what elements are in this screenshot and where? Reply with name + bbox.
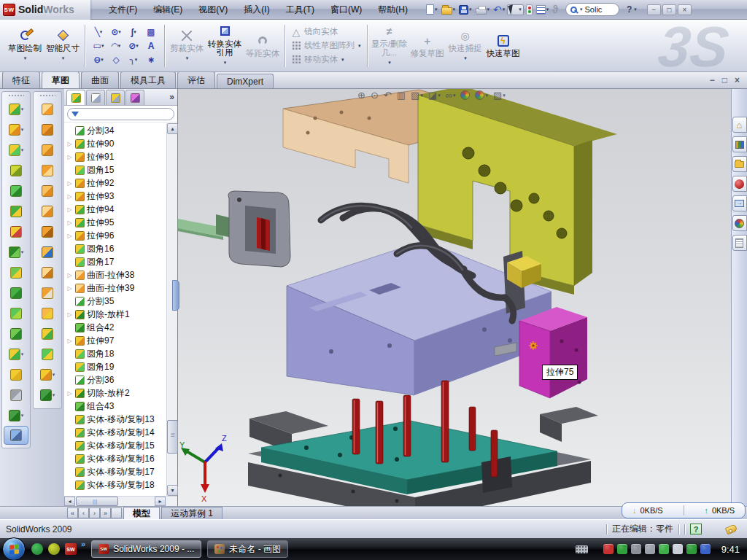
doc-nav-button-4[interactable] (111, 508, 122, 518)
expand-icon[interactable]: ▷ (66, 285, 73, 292)
dropdown-icon[interactable]: ▾ (186, 54, 189, 63)
tree-tabs-overflow-icon[interactable]: » (169, 92, 174, 102)
doc-nav-button-2[interactable]: › (89, 508, 100, 518)
col1-tool-button-11[interactable] (2, 324, 30, 344)
undo-icon[interactable]: ↶▾ (492, 4, 506, 15)
dropdown-icon[interactable]: ▾ (420, 93, 423, 98)
snap-button[interactable]: ◎快速捕捉▾ (446, 23, 484, 69)
dropdown-icon[interactable]: ▾ (487, 7, 490, 12)
convert-button[interactable]: 转换实体引用▾ (206, 23, 244, 69)
col1-tool-button-8[interactable] (2, 262, 30, 283)
toolbar-grip[interactable] (39, 94, 55, 97)
search-input[interactable]: ▾ Solic (565, 3, 619, 16)
dropdown-icon[interactable]: ▾ (435, 7, 438, 12)
col1-tool-button-10[interactable] (2, 303, 30, 324)
menu-item-1[interactable]: 编辑(E) (145, 1, 190, 19)
volume-tray-icon[interactable] (645, 544, 655, 554)
new-file-icon[interactable]: ▾ (425, 4, 439, 15)
tree-item[interactable]: 实体-移动/复制18 (66, 478, 177, 491)
sketch-entity-button-8[interactable]: ⊖▾ (90, 55, 107, 65)
sketch-entity-button-3[interactable]: ▩ (142, 27, 160, 37)
scrollbar-thumb[interactable] (76, 497, 118, 506)
disprel-button[interactable]: ≠显示/删除几...▾ (371, 23, 409, 69)
col1-tool-button-15[interactable]: ▾ (2, 405, 30, 426)
tab-特征[interactable]: 特征 (2, 71, 40, 88)
tree-item[interactable]: ▷切除-放样2 (66, 386, 177, 400)
doc-close-button[interactable]: × (735, 75, 740, 85)
tab-曲面[interactable]: 曲面 (81, 71, 119, 88)
tree-item[interactable]: ▷拉伸93 (66, 190, 177, 203)
dropdown-icon[interactable]: ▾ (53, 392, 55, 398)
tree-item[interactable]: ▷曲面-拉伸38 (66, 268, 177, 281)
tree-item[interactable]: 实体-移动/复制15 (66, 439, 177, 452)
repair-button[interactable]: ＋修复草图 (409, 23, 446, 69)
tree-horizontal-scrollbar[interactable]: ◂ ▸ (64, 496, 177, 506)
tab-评估[interactable]: 评估 (177, 71, 215, 88)
sketch-entity-button-9[interactable]: ◇ (107, 55, 125, 65)
tree-item[interactable]: 分割36 (66, 373, 177, 386)
tree-item[interactable]: 实体-移动/复制13 (66, 413, 177, 426)
sketch-entity-button-6[interactable]: ⊘▾ (125, 41, 142, 51)
tree-item[interactable]: ▷拉伸96 (66, 229, 177, 242)
tree-item[interactable]: ▷拉伸92 (66, 176, 177, 190)
doc-minimize-button[interactable]: − (710, 75, 715, 85)
zoom-fit-icon[interactable]: ⊕ (357, 90, 365, 101)
sketch-entity-button-11[interactable]: ∗ (142, 55, 160, 65)
col1-tool-button-5[interactable] (2, 201, 30, 222)
security-plus-tray-icon[interactable] (686, 544, 697, 554)
col1-tool-button-6[interactable] (2, 222, 30, 242)
taskbar-button[interactable]: SWSolidWorks 2009 - ... (91, 540, 201, 558)
graphics-viewport[interactable]: ⊕⊙↶▥▧▾◪▾∞▾▾▨▾ (178, 89, 731, 506)
zoom-area-icon[interactable]: ⊙ (371, 90, 379, 101)
restore-button[interactable]: □ (662, 4, 676, 15)
tree-item[interactable]: 分割35 (66, 295, 177, 308)
sketch-entity-button-5[interactable]: ◠▾ (107, 41, 125, 51)
sketch-entity-button-10[interactable]: ╮▾ (125, 55, 142, 65)
dropdown-icon[interactable]: ▾ (388, 58, 391, 67)
section-view-icon[interactable]: ▥ (397, 90, 406, 101)
sync-tray-icon[interactable] (700, 544, 711, 554)
solidworks-quicklaunch-icon[interactable]: SW (65, 543, 77, 555)
dropdown-icon[interactable]: ▾ (503, 7, 506, 12)
featuremanager-tab[interactable] (66, 90, 85, 105)
dropdown-icon[interactable]: ▾ (503, 93, 506, 98)
col1-tool-button-13[interactable] (2, 365, 30, 385)
expand-icon[interactable]: ▷ (66, 180, 73, 187)
doc-nav-button-0[interactable]: « (67, 508, 78, 518)
menu-item-2[interactable]: 视图(V) (190, 1, 236, 19)
tree-filter-input[interactable] (67, 108, 174, 120)
col1-tool-button-9[interactable] (2, 283, 30, 303)
taskbar-button[interactable]: 未命名 - 画图 (207, 540, 288, 558)
menu-item-0[interactable]: 文件(F) (101, 1, 145, 19)
sketch-entity-button-7[interactable]: A (142, 41, 160, 51)
col2-tool-button-13[interactable]: ▾ (34, 365, 61, 385)
dropdown-icon[interactable]: ▾ (53, 372, 55, 378)
col2-tool-button-9[interactable] (34, 283, 61, 303)
expand-icon[interactable]: ▷ (66, 193, 73, 200)
tree-item[interactable]: ▷拉伸97 (66, 334, 177, 347)
dropdown-icon[interactable]: ▾ (133, 29, 136, 35)
expand-icon[interactable]: ▷ (66, 219, 73, 226)
hide-show-items-icon[interactable]: ∞▾ (446, 90, 456, 101)
scroll-left-icon[interactable]: ◂ (64, 497, 75, 506)
previous-view-icon[interactable]: ↶ (384, 90, 392, 101)
close-button[interactable]: × (678, 4, 692, 15)
tab-模具工具[interactable]: 模具工具 (120, 71, 176, 88)
expand-icon[interactable]: ▷ (66, 141, 73, 147)
col1-tool-button-3[interactable] (2, 160, 30, 181)
tags-icon[interactable] (725, 524, 738, 534)
movee-button[interactable]: 移动实体▾ (288, 53, 364, 66)
tree-item[interactable]: ▷拉伸94 (66, 203, 177, 216)
antivirus-tray-icon[interactable] (603, 544, 614, 554)
model-side-insert[interactable] (519, 307, 587, 398)
panel-splitter-handle[interactable] (172, 280, 179, 311)
print-icon[interactable]: ▾ (474, 4, 492, 15)
tree-item[interactable]: 组合42 (66, 321, 177, 334)
col1-tool-button-2[interactable]: ▾ (2, 140, 30, 160)
mirror-button[interactable]: △镜向实体 (288, 26, 364, 39)
tree-item[interactable]: 圆角17 (66, 255, 177, 268)
tree-item[interactable]: ▷切除-放样1 (66, 308, 177, 321)
expand-icon[interactable]: ▷ (66, 272, 73, 279)
shield-tray-icon[interactable] (617, 544, 627, 554)
quick-launch-overflow-icon[interactable]: » (81, 540, 85, 548)
